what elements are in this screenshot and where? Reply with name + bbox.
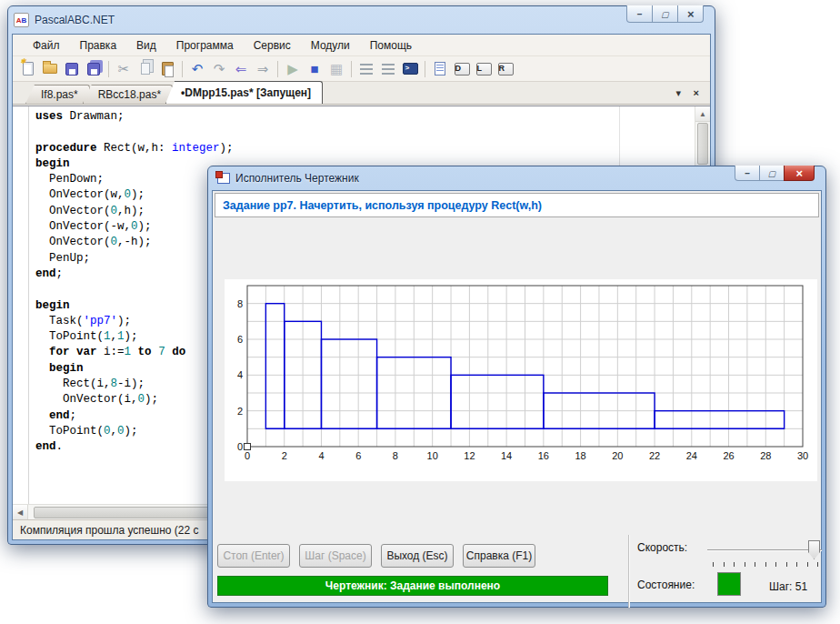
panel-separator [628, 535, 630, 608]
svg-text:18: 18 [575, 450, 585, 461]
banner-text: Чертежник: Задание выполнено [325, 579, 500, 592]
svg-text:10: 10 [427, 450, 438, 461]
toolbar-separator [425, 61, 425, 77]
gutter-separator [28, 106, 29, 504]
save-icon[interactable] [62, 59, 82, 79]
svg-text:4: 4 [318, 450, 324, 461]
svg-text:14: 14 [501, 450, 512, 461]
svg-text:2: 2 [237, 406, 243, 417]
svg-text:6: 6 [355, 450, 361, 461]
menu-item-1[interactable]: Правка [71, 36, 126, 55]
task-text: Задание pp7. Начертить, используя процед… [223, 199, 542, 212]
listing-icon[interactable] [430, 59, 450, 79]
drawman-button-1: Шаг (Space) [299, 544, 372, 568]
code-line [35, 125, 601, 140]
svg-text:16: 16 [538, 450, 549, 461]
module-l-icon[interactable]: L [474, 59, 494, 79]
svg-text:24: 24 [686, 450, 697, 461]
save-all-icon[interactable] [84, 59, 104, 79]
state-indicator [717, 572, 741, 596]
svg-text:6: 6 [237, 334, 243, 345]
tab-close-icon[interactable]: × [694, 87, 699, 98]
svg-text:0: 0 [237, 441, 243, 452]
new-file-icon[interactable] [18, 59, 38, 79]
tab-dropdown-icon[interactable]: ▾ [675, 87, 681, 99]
drawman-chart: 02468101214161820222426283002468 [225, 279, 817, 481]
svg-text:8: 8 [237, 298, 243, 309]
status-text: Компиляция прошла успешно (22 с [20, 524, 198, 537]
pascalabc-titlebar[interactable]: AB PascalABC.NET [12, 6, 711, 34]
speed-slider-thumb[interactable] [808, 540, 820, 559]
svg-text:2: 2 [282, 450, 287, 461]
format-lines-icon[interactable] [356, 59, 376, 79]
toolbar: ✂↶↷⇐⇒▶■▦>DLR [13, 56, 710, 82]
watch-icon[interactable]: ▦ [326, 59, 346, 79]
module-d-icon[interactable]: D [452, 59, 472, 79]
toolbar-separator [277, 61, 278, 77]
undo-icon[interactable]: ↶ [187, 59, 207, 79]
tab-1[interactable]: RBcc18.pas* [83, 85, 173, 104]
svg-text:4: 4 [237, 369, 243, 380]
stop-icon[interactable]: ■ [305, 59, 325, 79]
menu-item-6[interactable]: Помощь [361, 36, 421, 55]
svg-text:26: 26 [723, 450, 734, 461]
toolbar-separator [182, 61, 183, 77]
drawman-titlebar[interactable]: Исполнитель Чертежник [212, 166, 822, 190]
menu-item-5[interactable]: Модули [302, 36, 359, 55]
code-line: uses Drawman; [35, 109, 601, 125]
scroll-left-icon[interactable]: ◀ [13, 505, 28, 519]
drawing-panel: 02468101214161820222426283002468 [225, 279, 817, 481]
menu-item-3[interactable]: Программа [167, 36, 243, 55]
code-line: procedure Rect(w,h: integer); [35, 141, 601, 156]
svg-text:0: 0 [245, 450, 250, 461]
toolbar-separator [351, 61, 352, 77]
minimize-icon[interactable] [735, 166, 760, 181]
step-counter: Шаг: 51 [769, 580, 807, 593]
open-folder-icon[interactable] [40, 59, 60, 79]
window-title: PascalABC.NET [35, 14, 115, 26]
minimize-icon[interactable] [626, 5, 653, 23]
drawman-button-2[interactable]: Выход (Esc) [381, 544, 454, 568]
state-label: Состояние: [637, 579, 695, 591]
toolbar-separator [108, 61, 109, 77]
paste-icon[interactable] [157, 59, 177, 79]
redo-icon[interactable]: ↷ [209, 59, 229, 79]
format-lines2-icon[interactable] [378, 59, 398, 79]
drawman-button-3[interactable]: Справка (F1) [463, 544, 535, 568]
scroll-up-icon[interactable]: ▲ [695, 106, 710, 122]
menu-item-0[interactable]: Файл [24, 36, 69, 55]
module-r-icon[interactable]: R [495, 59, 515, 79]
next-mark-icon[interactable]: ⇒ [253, 59, 273, 79]
maximize-icon[interactable] [652, 5, 678, 23]
drawman-window: Исполнитель Чертежник Задание pp7. Начер… [207, 166, 826, 608]
svg-text:12: 12 [464, 450, 475, 461]
svg-text:28: 28 [760, 450, 771, 461]
close-icon[interactable] [677, 5, 704, 23]
copy-icon[interactable] [135, 59, 155, 79]
console-window-icon[interactable]: > [400, 59, 420, 79]
vscroll-thumb[interactable] [697, 123, 708, 165]
tab-0[interactable]: If8.pas* [25, 85, 90, 104]
drawman-app-icon [217, 173, 230, 184]
prev-mark-icon[interactable]: ⇐ [231, 59, 251, 79]
task-strip: Задание pp7. Начертить, используя процед… [215, 193, 819, 217]
menu-item-2[interactable]: Вид [127, 36, 165, 55]
drawman-buttons: Стоп (Enter)Шаг (Space)Выход (Esc)Справк… [217, 544, 535, 568]
maximize-icon[interactable] [759, 166, 785, 181]
close-icon[interactable] [784, 166, 815, 181]
task-complete-banner: Чертежник: Задание выполнено [217, 576, 608, 596]
drawman-title: Исполнитель Чертежник [235, 172, 359, 185]
cut-icon[interactable]: ✂ [114, 59, 134, 79]
drawman-button-0: Стоп (Enter) [217, 544, 290, 568]
menu-item-4[interactable]: Сервис [245, 36, 300, 55]
svg-text:20: 20 [612, 450, 623, 461]
svg-text:30: 30 [797, 450, 808, 461]
speed-slider-track[interactable] [707, 549, 822, 551]
tab-2[interactable]: •DMpp15.pas* [Запущен] [165, 81, 323, 104]
tabbar: ▾ × If8.pas*RBcc18.pas*•DMpp15.pas* [Зап… [13, 82, 710, 105]
run-icon[interactable]: ▶ [283, 59, 303, 79]
speed-label: Скорость: [637, 541, 687, 554]
slider-ticks [713, 562, 818, 568]
pascalabc-app-icon: AB [14, 13, 29, 27]
svg-text:22: 22 [649, 450, 660, 461]
